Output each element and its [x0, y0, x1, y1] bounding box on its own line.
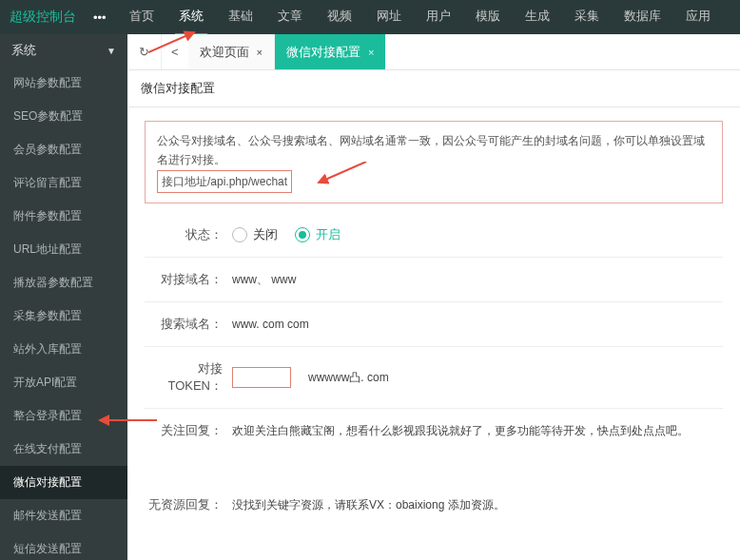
sidebar-item-seo[interactable]: SEO参数配置 [0, 100, 127, 133]
nav-database[interactable]: 数据库 [620, 0, 665, 35]
close-icon[interactable]: × [257, 47, 263, 58]
label-follow: 关注回复： [145, 422, 223, 439]
label-search: 搜索域名： [145, 316, 223, 333]
sidebar-item-email[interactable]: 邮件发送配置 [0, 499, 127, 532]
label-status: 状态： [145, 226, 223, 243]
sidebar-item-collect[interactable]: 采集参数配置 [0, 299, 127, 333]
tab-wechat-label: 微信对接配置 [286, 44, 360, 61]
top-nav: 首页 系统 基础 文章 视频 网址 用户 模版 生成 采集 数据库 应用 [126, 0, 714, 35]
nav-basic[interactable]: 基础 [224, 0, 257, 35]
radio-status-on[interactable]: 开启 [295, 226, 341, 243]
nav-collect[interactable]: 采集 [571, 0, 603, 35]
sidebar-item-website[interactable]: 网站参数配置 [0, 67, 127, 100]
radio-checked-icon [295, 227, 310, 242]
sidebar-item-url[interactable]: URL地址配置 [0, 233, 127, 266]
refresh-icon[interactable]: ↻ [127, 34, 162, 69]
radio-status-off[interactable]: 关闭 [232, 226, 278, 243]
row-domain: 对接域名： www、 www [145, 261, 723, 298]
menu-dots-icon[interactable]: ••• [93, 10, 107, 25]
radio-icon [232, 227, 247, 242]
notice-line1: 公众号对接域名、公众号搜索域名、网站域名通常一致，因公众号可能产生的封域名问题，… [157, 131, 711, 170]
nav-system[interactable]: 系统 [175, 0, 207, 35]
sidebar-item-wechat[interactable]: 微信对接配置 [0, 466, 127, 499]
topbar: 超级控制台 ••• 首页 系统 基础 文章 视频 网址 用户 模版 生成 采集 … [0, 0, 740, 34]
sidebar-item-sms[interactable]: 短信发送配置 [0, 532, 127, 560]
nav-user[interactable]: 用户 [422, 0, 455, 35]
nav-generate[interactable]: 生成 [521, 0, 554, 35]
tabbar: ↻ < 欢迎页面 × 微信对接配置 × [127, 34, 740, 70]
tab-welcome[interactable]: 欢迎页面 × [188, 34, 275, 69]
sidebar-item-payment[interactable]: 在线支付配置 [0, 433, 127, 466]
search-value[interactable]: www. com com [232, 318, 309, 331]
sidebar-title: 系统 [11, 42, 36, 59]
sidebar-item-member[interactable]: 会员参数配置 [0, 133, 127, 166]
row-status: 状态： 关闭 开启 [145, 217, 723, 253]
nav-article[interactable]: 文章 [274, 0, 306, 35]
row-search: 搜索域名： www. com com [145, 306, 723, 342]
page-subtitle: 微信对接配置 [127, 70, 740, 107]
notice-box: 公众号对接域名、公众号搜索域名、网站域名通常一致，因公众号可能产生的封域名问题，… [145, 121, 723, 203]
content: 公众号对接域名、公众号搜索域名、网站域名通常一致，因公众号可能产生的封域名问题，… [127, 107, 740, 560]
sidebar-item-external[interactable]: 站外入库配置 [0, 333, 127, 366]
prev-tab-icon[interactable]: < [162, 45, 188, 59]
sidebar-item-attachment[interactable]: 附件参数配置 [0, 200, 127, 233]
main: ↻ < 欢迎页面 × 微信对接配置 × 微信对接配置 公众号对接域名、公众号搜索… [127, 34, 740, 560]
domain-value[interactable]: www、 www [232, 272, 296, 288]
nav-app[interactable]: 应用 [682, 0, 714, 35]
label-nores: 无资源回复： [145, 496, 223, 513]
token-input-highlight[interactable] [232, 367, 291, 388]
row-nores: 无资源回复： 没找到关键字资源，请联系VX：obaixiong 添加资源。 [145, 487, 723, 523]
nav-video[interactable]: 视频 [323, 0, 356, 35]
nav-template[interactable]: 模版 [472, 0, 504, 35]
label-domain: 对接域名： [145, 271, 223, 288]
brand: 超级控制台 [10, 9, 76, 26]
sidebar-item-login[interactable]: 整合登录配置 [0, 399, 127, 433]
follow-value[interactable]: 欢迎关注白熊藏宝阁，想看什么影视跟我说就好了，更多功能等待开发，快点到处点点吧。 [232, 423, 689, 439]
nores-value[interactable]: 没找到关键字资源，请联系VX：obaixiong 添加资源。 [232, 497, 505, 513]
close-icon[interactable]: × [368, 47, 374, 58]
sidebar-header[interactable]: 系统 ▼ [0, 34, 127, 67]
sidebar: 系统 ▼ 网站参数配置 SEO参数配置 会员参数配置 评论留言配置 附件参数配置… [0, 34, 127, 560]
api-path-box: 接口地址/api.php/wechat [157, 170, 292, 193]
sidebar-item-api[interactable]: 开放API配置 [0, 366, 127, 399]
sidebar-item-comment[interactable]: 评论留言配置 [0, 166, 127, 200]
nav-url[interactable]: 网址 [373, 0, 405, 35]
tab-welcome-label: 欢迎页面 [200, 44, 249, 61]
tab-wechat[interactable]: 微信对接配置 × [275, 34, 385, 69]
token-extra: wwwww凸. com [308, 370, 389, 386]
nav-home[interactable]: 首页 [126, 0, 158, 35]
label-token: 对接TOKEN： [145, 360, 223, 395]
caret-down-icon: ▼ [107, 46, 116, 56]
row-token: 对接TOKEN： wwwww凸. com [145, 351, 723, 404]
sidebar-item-player[interactable]: 播放器参数配置 [0, 266, 127, 299]
row-follow: 关注回复： 欢迎关注白熊藏宝阁，想看什么影视跟我说就好了，更多功能等待开发，快点… [145, 413, 723, 449]
